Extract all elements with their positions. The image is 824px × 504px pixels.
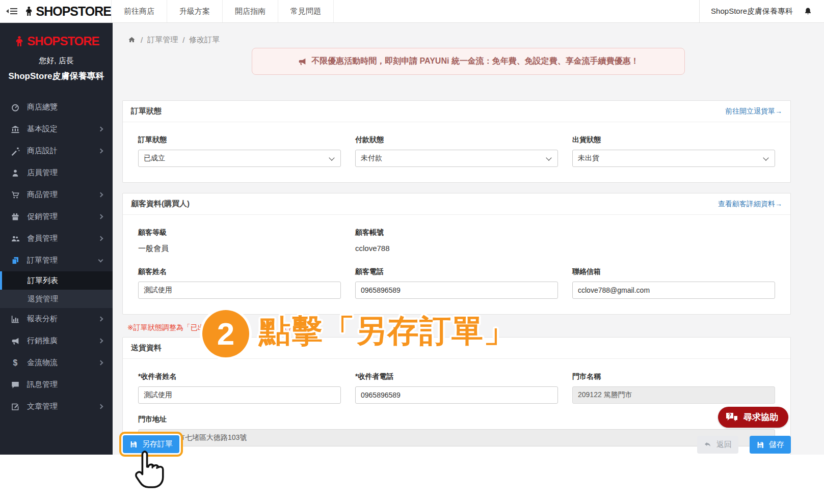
bell-icon[interactable] (803, 7, 813, 16)
customer-name-input[interactable] (138, 282, 341, 299)
gift-icon (10, 212, 20, 222)
navbar-brand-logo[interactable]: SHOPSTORE (23, 0, 111, 22)
members-icon (10, 234, 20, 244)
payment-status-select[interactable]: 未付款 (355, 150, 558, 167)
cart-icon (10, 190, 20, 200)
sidebar-item-article-management[interactable]: 文章管理 (0, 396, 113, 417)
sidebar-item-label: 訂單管理 (27, 256, 58, 265)
navbar-right: ShopStore皮膚保養專科 (699, 0, 824, 22)
customer-card-title: 顧客資料(購買人) (131, 199, 190, 209)
chevron-right-icon (98, 339, 103, 344)
question-chat-icon: ? (725, 412, 738, 423)
sidebar-header: SHOPSTORE 您好, 店長 ShopStore皮膚保養專科 (0, 23, 113, 82)
shipping-status-select[interactable]: 未出貨 (572, 150, 775, 167)
sidebar-item-label: 文章管理 (27, 402, 58, 411)
view-customer-detail-link[interactable]: 查看顧客詳細資料→ (718, 200, 782, 209)
home-icon[interactable] (127, 36, 136, 44)
save-button-label: 儲存 (769, 440, 784, 450)
sidebar-item-label: 商店設計 (27, 146, 58, 156)
hand-cursor-icon (131, 449, 167, 493)
sidebar-item-basic-settings[interactable]: 基本設定 (0, 118, 113, 140)
person-logo-icon (13, 35, 25, 47)
nav-item-store-guide[interactable]: 開店指南 (222, 0, 278, 22)
floppy-disk-icon (756, 441, 764, 449)
sidebar-store-name: ShopStore皮膚保養專科 (0, 70, 113, 82)
customer-email-input[interactable] (572, 282, 775, 299)
sidebar-item-order-management[interactable]: 訂單管理 (0, 249, 113, 271)
back-button[interactable]: 返回 (697, 436, 738, 454)
page: SHOPSTORE 前往商店 升級方案 開店指南 常見問題 ShopStore皮… (0, 0, 824, 504)
chat-bubble-icon (10, 380, 20, 390)
sidebar-toggle-button[interactable] (0, 0, 23, 22)
footer-actions: 返回 儲存 (697, 436, 791, 454)
breadcrumb: / 訂單管理 / 修改訂單 (127, 35, 824, 45)
sidebar-item-label: 會員管理 (27, 234, 58, 243)
navbar-store-name[interactable]: ShopStore皮膚保養專科 (711, 7, 793, 16)
chevron-down-icon (98, 257, 103, 262)
sidebar-item-store-design[interactable]: 商店設計 (0, 140, 113, 162)
receiver-name-input[interactable] (138, 386, 341, 404)
sidebar-subitem-return-management[interactable]: 退貨管理 (0, 290, 113, 308)
breadcrumb-order-management[interactable]: 訂單管理 (147, 35, 178, 45)
sidebar-item-report-analysis[interactable]: 報表分析 (0, 308, 113, 330)
customer-phone-input[interactable] (355, 282, 558, 299)
save-button[interactable]: 儲存 (750, 436, 791, 454)
sidebar-item-label: 促銷管理 (27, 212, 58, 221)
dollar-icon: $ (10, 358, 20, 368)
sidebar-brand-logo[interactable]: SHOPSTORE (0, 34, 113, 48)
sidebar-item-member-management[interactable]: 會員管理 (0, 228, 113, 249)
nav-item-upgrade-plan[interactable]: 升級方案 (167, 0, 222, 22)
sidebar-item-payment-logistics[interactable]: $ 金流物流 (0, 352, 113, 374)
promo-alert-banner[interactable]: 不限優惠活動時間，即刻申請 PAYUNi 統一金流：免年費、免設定費、享金流手續… (252, 48, 685, 75)
store-address-field: 門市地址 (138, 415, 775, 446)
sidebar-brand-text: SHOPSTORE (27, 34, 99, 48)
save-as-order-label: 另存訂單 (142, 439, 173, 449)
customer-level-value: 一般會員 (138, 244, 341, 254)
sidebar-item-store-overview[interactable]: 商店總覽 (0, 96, 113, 118)
breadcrumb-separator: / (182, 36, 184, 44)
sidebar-item-label: 金流物流 (27, 358, 58, 368)
sidebar-item-message-management[interactable]: 訊息管理 (0, 374, 113, 396)
chevron-right-icon (98, 404, 103, 409)
annotation-step-number: 2 (217, 316, 234, 352)
main-content: / 訂單管理 / 修改訂單 不限優惠活動時間，即刻申請 PAYUNi 統一金流：… (113, 23, 824, 455)
sidebar-item-marketing-promotion[interactable]: 行銷推廣 (0, 330, 113, 352)
bar-chart-icon (10, 314, 20, 324)
customer-account-value: cclove788 (355, 244, 558, 253)
sidebar-greeting: 您好, 店長 (0, 56, 113, 66)
megaphone-icon (298, 57, 307, 66)
payment-status-value: 未付款 (361, 154, 382, 163)
receiver-phone-input[interactable] (355, 386, 558, 404)
sidebar-item-label: 行銷推廣 (27, 336, 58, 346)
navbar-menu: 前往商店 升級方案 開店指南 常見問題 (111, 0, 334, 22)
payment-status-field: 付款狀態 未付款 (355, 135, 558, 167)
store-name-input (572, 386, 775, 404)
nav-item-faq[interactable]: 常見問題 (278, 0, 334, 22)
chevron-right-icon (98, 149, 103, 154)
customer-phone-field: 顧客電話 (355, 267, 558, 299)
sidebar-item-product-management[interactable]: 商品管理 (0, 184, 113, 206)
sidebar-item-staff-management[interactable]: 店員管理 (0, 162, 113, 184)
receiver-phone-field: *收件者電話 (355, 372, 558, 404)
customer-name-field: 顧客姓名 (138, 267, 341, 299)
chevron-right-icon (98, 127, 103, 132)
sidebar-subitem-order-list[interactable]: 訂單列表 (0, 271, 113, 290)
receiver-phone-label: *收件者電話 (355, 372, 558, 381)
nav-item-go-to-store[interactable]: 前往商店 (111, 0, 167, 22)
sidebar-item-label: 商店總覽 (27, 102, 58, 112)
chevron-right-icon (98, 236, 103, 241)
order-status-select[interactable]: 已成立 (138, 150, 341, 167)
create-return-order-link[interactable]: 前往開立退貨單→ (725, 107, 782, 116)
sidebar-item-label: 訊息管理 (27, 380, 58, 389)
svg-text:?: ? (728, 413, 731, 418)
seek-help-button[interactable]: ? 尋求協助 (718, 407, 788, 428)
store-name-label: 門市名稱 (572, 372, 775, 381)
order-status-field: 訂單狀態 已成立 (138, 135, 341, 167)
store-address-input (138, 429, 775, 446)
sidebar-item-promotion-management[interactable]: 促銷管理 (0, 206, 113, 228)
payment-status-label: 付款狀態 (355, 135, 558, 145)
chevron-right-icon (98, 214, 103, 219)
customer-account-field: 顧客帳號 cclove788 (355, 228, 558, 254)
store-address-label: 門市地址 (138, 415, 775, 424)
caret-left-icon (6, 9, 9, 13)
